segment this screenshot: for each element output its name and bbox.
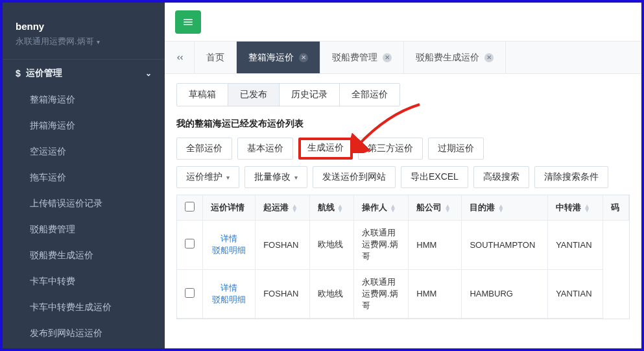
cell-transit: YANTIAN: [548, 269, 603, 319]
sidebar-item-3[interactable]: 拖车运价: [3, 165, 165, 191]
cell-ship: HMM: [409, 221, 462, 270]
filter-button-0[interactable]: 全部运价: [176, 138, 232, 160]
row-checkbox[interactable]: [185, 239, 195, 248]
cell-operator: 永联通用运费网.炳哥: [354, 269, 409, 319]
tab-label: 首页: [206, 52, 224, 64]
subtabs: 草稿箱已发布历史记录全部运价: [176, 83, 400, 106]
sidebar-item-7[interactable]: 卡车中转费: [3, 269, 165, 295]
sidebar-section-label: 运价管理: [26, 67, 62, 79]
filter-button-3[interactable]: 第三方运价: [358, 138, 423, 160]
tab-3[interactable]: 驳船费生成运价✕: [404, 42, 506, 73]
caret-down-icon: ▾: [97, 38, 100, 45]
column-header-6[interactable]: 中转港▲▼: [548, 195, 603, 221]
sidebar-item-8[interactable]: 卡车中转费生成运价: [3, 295, 165, 321]
action-button-4[interactable]: 高级搜索: [473, 166, 529, 188]
tab-1[interactable]: 整箱海运价✕: [237, 42, 320, 73]
content: 草稿箱已发布历史记录全部运价 我的整箱海运已经发布运价列表 全部运价基本运价生成…: [165, 74, 641, 328]
sidebar-item-0[interactable]: 整箱海运价: [3, 87, 165, 113]
hamburger-icon: [182, 16, 194, 28]
double-chevron-left-icon: [174, 53, 185, 63]
section-title: 我的整箱海运已经发布运价列表: [176, 118, 630, 130]
column-header-5[interactable]: 目的港▲▼: [462, 195, 548, 221]
sort-icon[interactable]: ▲▼: [584, 204, 590, 212]
hamburger-button[interactable]: [175, 10, 201, 34]
detail-link[interactable]: 详情: [211, 233, 247, 245]
subtab-3[interactable]: 全部运价: [340, 84, 400, 106]
column-header-7[interactable]: 码: [602, 195, 628, 221]
barge-detail-link[interactable]: 驳船明细: [211, 245, 247, 256]
tabs-bar: 首页整箱海运价✕驳船费管理✕驳船费生成运价✕: [165, 42, 641, 74]
sort-icon[interactable]: ▲▼: [444, 204, 451, 212]
sidebar-item-5[interactable]: 驳船费管理: [3, 217, 165, 243]
cell-ship: HMM: [409, 269, 462, 319]
select-all-checkbox[interactable]: [185, 202, 195, 212]
user-org-label: 永联通用运费网.炳哥: [16, 36, 94, 47]
user-name: benny: [16, 21, 152, 32]
cell-port: FOSHAN: [256, 269, 309, 319]
row-checkbox[interactable]: [185, 288, 195, 298]
action-button-row: 运价维护批量修改发送运价到网站导出EXCEL高级搜索清除搜索条件: [176, 166, 630, 188]
close-icon[interactable]: ✕: [383, 53, 392, 62]
cell-line: 欧地线: [309, 269, 353, 319]
tab-label: 驳船费管理: [332, 52, 377, 64]
column-header-3[interactable]: 操作人▲▼: [354, 195, 409, 221]
cell-dest: SOUTHAMPTON: [462, 221, 548, 270]
column-header-4[interactable]: 船公司▲▼: [409, 195, 462, 221]
cell-dest: HAMBURG: [462, 269, 548, 319]
tab-0[interactable]: 首页: [195, 42, 237, 73]
sidebar-item-2[interactable]: 空运运价: [3, 139, 165, 165]
column-header-2[interactable]: 航线▲▼: [309, 195, 353, 221]
column-header-1[interactable]: 起运港▲▼: [256, 195, 309, 221]
cell-operator: 永联通用运费网.炳哥: [354, 221, 409, 270]
cell-transit: YANTIAN: [548, 221, 603, 270]
cell-port: FOSHAN: [256, 221, 309, 270]
user-org-dropdown[interactable]: 永联通用运费网.炳哥 ▾: [16, 36, 152, 47]
sidebar-section-pricing[interactable]: $ 运价管理 ⌄: [3, 59, 165, 87]
tab-2[interactable]: 驳船费管理✕: [320, 42, 404, 73]
subtab-1[interactable]: 已发布: [228, 84, 280, 106]
sort-icon[interactable]: ▲▼: [337, 204, 344, 212]
data-table: 运价详情起运港▲▼航线▲▼操作人▲▼船公司▲▼目的港▲▼中转港▲▼码 详情驳船明…: [177, 195, 629, 319]
cell-line: 欧地线: [309, 221, 353, 270]
filter-button-row: 全部运价基本运价生成运价第三方运价过期运价: [176, 138, 630, 160]
sidebar-item-6[interactable]: 驳船费生成运价: [3, 243, 165, 269]
main: 首页整箱海运价✕驳船费管理✕驳船费生成运价✕ 草稿箱已发布历史记录全部运价 我的…: [165, 3, 641, 348]
filter-button-2[interactable]: 生成运价: [298, 138, 353, 160]
tabs-collapse-button[interactable]: [165, 42, 195, 73]
subtab-0[interactable]: 草稿箱: [177, 84, 228, 106]
table-row: 详情驳船明细FOSHAN欧地线永联通用运费网.炳哥HMMSOUTHAMPTONY…: [177, 221, 629, 270]
filter-button-4[interactable]: 过期运价: [428, 138, 484, 160]
chevron-down-icon: ⌄: [145, 69, 152, 78]
close-icon[interactable]: ✕: [299, 53, 308, 62]
tab-label: 整箱海运价: [248, 52, 294, 64]
barge-detail-link[interactable]: 驳船明细: [211, 294, 247, 306]
topbar: [165, 3, 641, 42]
filter-button-1[interactable]: 基本运价: [237, 138, 293, 160]
sort-icon[interactable]: ▲▼: [497, 204, 504, 212]
sidebar-item-4[interactable]: 上传错误运价记录: [3, 191, 165, 217]
subtab-2[interactable]: 历史记录: [280, 84, 340, 106]
close-icon[interactable]: ✕: [484, 53, 494, 62]
tab-label: 驳船费生成运价: [416, 52, 479, 64]
user-block: benny 永联通用运费网.炳哥 ▾: [3, 3, 165, 59]
action-button-5[interactable]: 清除搜索条件: [534, 166, 608, 188]
action-button-0[interactable]: 运价维护: [176, 166, 239, 188]
sidebar-item-1[interactable]: 拼箱海运价: [3, 113, 165, 139]
sidebar-item-9[interactable]: 发布到网站运运价: [3, 321, 165, 346]
action-button-2[interactable]: 发送运价到网站: [313, 166, 396, 188]
sidebar: benny 永联通用运费网.炳哥 ▾ $ 运价管理 ⌄ 整箱海运价拼箱海运价空运…: [3, 3, 165, 348]
detail-link[interactable]: 详情: [211, 282, 247, 294]
column-header-0[interactable]: 运价详情: [203, 195, 256, 221]
sort-icon[interactable]: ▲▼: [291, 204, 298, 212]
action-button-1[interactable]: 批量修改: [244, 166, 307, 188]
action-button-3[interactable]: 导出EXCEL: [401, 166, 468, 188]
sort-icon[interactable]: ▲▼: [390, 204, 396, 212]
data-table-wrap: 运价详情起运港▲▼航线▲▼操作人▲▼船公司▲▼目的港▲▼中转港▲▼码 详情驳船明…: [176, 195, 630, 319]
dollar-icon: $: [16, 68, 21, 79]
table-row: 详情驳船明细FOSHAN欧地线永联通用运费网.炳哥HMMHAMBURGYANTI…: [177, 269, 629, 319]
